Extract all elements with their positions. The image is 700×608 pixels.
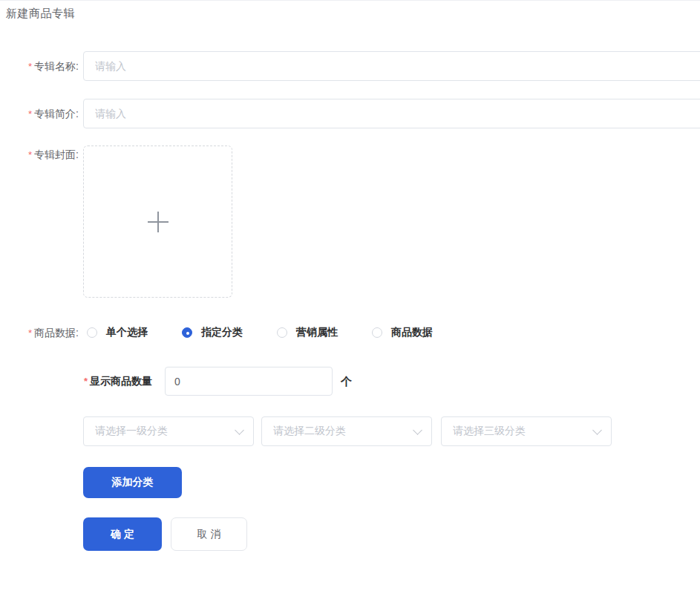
radio-option-specified-category[interactable]: 指定分类 [182,326,243,339]
add-category-button[interactable]: 添加分类 [83,467,182,498]
radio-option-product-data[interactable]: 商品数据 [372,326,433,339]
radio-option-label: 单个选择 [106,326,148,339]
chevron-down-icon [235,425,244,435]
radio-option-single-select[interactable]: 单个选择 [87,326,148,339]
new-album-form-page: 新建商品专辑 *专辑名称: *专辑简介: *专辑封面: *商品数据: 单个选择 … [0,0,700,608]
display-count-input[interactable] [165,367,333,396]
product-data-radio-group: 单个选择 指定分类 营销属性 商品数据 [87,322,433,343]
radio-option-label: 指定分类 [201,326,243,339]
radio-circle-icon [87,327,97,338]
album-intro-label-text: 专辑简介: [34,108,79,120]
radio-circle-icon [182,327,192,338]
chevron-down-icon [413,425,422,435]
category-select-level1[interactable]: 请选择一级分类 [83,416,254,446]
radio-option-label: 营销属性 [296,326,338,339]
plus-icon [148,212,169,232]
product-data-label-text: 商品数据: [34,327,79,339]
required-asterisk: * [84,376,88,387]
album-name-label: *专辑名称: [0,51,79,82]
required-asterisk: * [28,61,32,72]
album-cover-label: *专辑封面: [0,145,79,165]
radio-circle-icon [372,327,382,338]
album-name-label-text: 专辑名称: [34,60,79,72]
cover-upload-box[interactable] [83,146,232,298]
display-count-label-text: 显示商品数量 [90,375,152,387]
confirm-button[interactable]: 确 定 [83,517,162,551]
radio-option-marketing-attribute[interactable]: 营销属性 [277,326,338,339]
required-asterisk: * [28,108,32,120]
required-asterisk: * [28,327,32,339]
select-placeholder: 请选择三级分类 [453,425,594,438]
chevron-down-icon [592,425,602,435]
cancel-button[interactable]: 取 消 [171,517,247,551]
page-title: 新建商品专辑 [6,7,75,21]
count-unit-label: 个 [341,367,352,396]
album-intro-label: *专辑简介: [0,99,79,129]
required-asterisk: * [28,149,32,160]
category-select-level2[interactable]: 请选择二级分类 [261,416,432,446]
category-select-level3[interactable]: 请选择三级分类 [441,416,612,446]
album-cover-label-text: 专辑封面: [34,148,79,160]
radio-option-label: 商品数据 [391,326,433,339]
album-name-input[interactable] [83,51,700,81]
display-count-label: *显示商品数量 [0,367,152,396]
product-data-label: *商品数据: [0,322,79,344]
radio-circle-icon [277,327,287,338]
album-intro-input[interactable] [83,99,700,128]
select-placeholder: 请选择二级分类 [273,425,414,438]
select-placeholder: 请选择一级分类 [95,425,236,438]
